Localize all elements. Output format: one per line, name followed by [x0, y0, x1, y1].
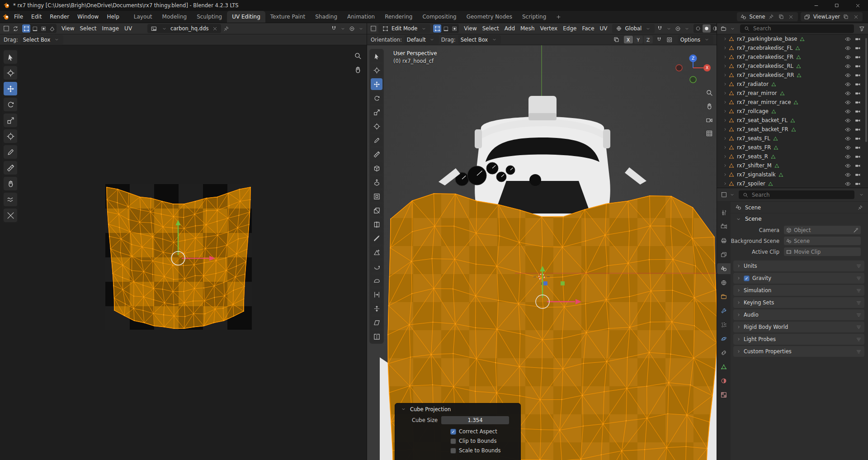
mode-dropdown[interactable]: Edit Mode	[378, 24, 430, 33]
outliner-row[interactable]: rx7_shifter_M	[717, 161, 868, 170]
tool-scale[interactable]	[4, 114, 17, 127]
tool-measure[interactable]	[4, 161, 17, 175]
disable-camera-icon[interactable]	[855, 63, 861, 69]
new-layer-icon[interactable]	[842, 13, 850, 21]
outliner-row[interactable]: rx7_seats_FL	[717, 134, 868, 143]
outliner-row[interactable]: rx7_rear_mirror	[717, 89, 868, 98]
hide-eye-icon[interactable]	[845, 172, 851, 178]
uv-menu-view[interactable]: View	[59, 23, 77, 34]
properties-tab-render[interactable]	[718, 221, 730, 232]
chevron-down-icon[interactable]	[728, 24, 736, 33]
properties-tab-texture[interactable]	[718, 389, 730, 400]
chevron-down-icon[interactable]	[857, 191, 865, 199]
maximize-button[interactable]	[826, 0, 847, 11]
disable-camera-icon[interactable]	[855, 109, 861, 114]
mirror-z-button[interactable]: Z	[644, 36, 653, 43]
expand-icon[interactable]	[723, 109, 727, 114]
tool-cursor[interactable]	[371, 64, 382, 76]
hide-eye-icon[interactable]	[845, 154, 851, 160]
outliner-row[interactable]: rx7_seat_backet_FL	[717, 116, 868, 125]
viewport-menu-select[interactable]: Select	[480, 23, 502, 34]
disable-camera-icon[interactable]	[855, 81, 861, 87]
expand-icon[interactable]	[723, 91, 727, 95]
field-value[interactable]: Object	[784, 226, 861, 234]
viewport-menu-uv[interactable]: UV	[597, 23, 610, 34]
eyedropper-icon[interactable]	[853, 228, 859, 233]
object-name[interactable]: rx7_spoiler	[737, 180, 765, 187]
section-units[interactable]: Units	[733, 261, 864, 271]
uv-canvas[interactable]	[0, 45, 367, 460]
drag-handle-icon[interactable]	[856, 300, 861, 305]
tool-pinch[interactable]	[4, 209, 17, 222]
scene-selector[interactable]: Scene	[737, 12, 798, 21]
outliner-search[interactable]	[740, 24, 854, 33]
tool-rotate[interactable]	[371, 92, 382, 104]
scale-to-bounds-checkbox[interactable]	[450, 448, 456, 454]
disable-camera-icon[interactable]	[855, 127, 861, 133]
expand-icon[interactable]	[723, 172, 727, 177]
drag-handle-icon[interactable]	[856, 276, 861, 281]
disable-camera-icon[interactable]	[855, 36, 861, 42]
chevron-down-icon[interactable]	[357, 24, 365, 33]
hide-eye-icon[interactable]	[845, 109, 851, 114]
properties-tab-tool[interactable]	[718, 207, 730, 218]
editor-divider[interactable]	[717, 23, 717, 460]
uv-select-island-button[interactable]	[48, 24, 56, 33]
tab-rendering[interactable]: Rendering	[380, 11, 417, 23]
viewport-menu-view[interactable]: View	[461, 23, 479, 34]
expand-icon[interactable]	[723, 100, 727, 104]
disable-camera-icon[interactable]	[855, 163, 861, 169]
properties-tab-world[interactable]	[718, 277, 730, 288]
hide-eye-icon[interactable]	[845, 54, 851, 60]
object-name[interactable]: rx7_parkingbrake_base	[737, 36, 797, 42]
outliner-row[interactable]: rx7_rollcage	[717, 107, 868, 116]
disable-camera-icon[interactable]	[855, 72, 861, 78]
tool-loop-cut[interactable]	[371, 218, 382, 230]
viewport-menu-mesh[interactable]: Mesh	[518, 23, 538, 34]
tool-inset[interactable]	[371, 190, 382, 202]
zoom-icon[interactable]	[354, 52, 362, 60]
camera-view-icon[interactable]	[705, 116, 713, 124]
expand-icon[interactable]	[723, 37, 727, 41]
object-name[interactable]: rx7_racebrakedisc_RR	[737, 72, 794, 78]
pan-hand-icon[interactable]	[705, 102, 713, 110]
tool-move[interactable]	[4, 82, 17, 95]
snap-magnet-icon[interactable]	[656, 24, 664, 33]
remove-layer-icon[interactable]	[852, 13, 860, 21]
tool-rotate[interactable]	[4, 98, 17, 111]
outliner-row[interactable]: rx7_parkingbrake_base	[717, 34, 868, 43]
outliner-row[interactable]: rx7_racebrakedisc_FR	[717, 52, 868, 62]
editor-divider[interactable]	[717, 188, 868, 188]
disable-camera-icon[interactable]	[855, 181, 861, 187]
select-mode-face-button[interactable]	[450, 24, 458, 33]
tool-annotate[interactable]	[4, 145, 17, 159]
proportional-edit-icon[interactable]	[674, 24, 682, 33]
pin-icon[interactable]	[222, 24, 230, 33]
mirror-y-button[interactable]: Y	[634, 36, 643, 43]
tool-rip[interactable]	[371, 331, 382, 342]
editor-type-button[interactable]	[720, 191, 728, 199]
disable-camera-icon[interactable]	[855, 54, 861, 60]
object-name[interactable]: rx7_racebrakedisc_FL	[737, 45, 793, 51]
outliner-row[interactable]: rx7_radiator	[717, 80, 868, 89]
tool-shear[interactable]	[371, 317, 382, 328]
tool-spin[interactable]	[371, 261, 382, 272]
scrollbar[interactable]	[865, 38, 867, 142]
add-workspace-button[interactable]	[551, 11, 566, 23]
menu-render[interactable]: Render	[46, 11, 73, 23]
snap-icon[interactable]	[655, 36, 663, 44]
viewport-canvas[interactable]: ZX User Perspective (0) rx7_hood_cf Cube…	[367, 45, 717, 460]
viewport-menu-vertex[interactable]: Vertex	[538, 23, 561, 34]
properties-tab-particles[interactable]	[718, 319, 730, 330]
chevron-down-icon[interactable]	[728, 191, 736, 199]
expand-icon[interactable]	[723, 64, 727, 68]
uv-sync-toggle[interactable]	[11, 24, 19, 33]
menu-file[interactable]: File	[10, 11, 27, 23]
chevron-down-icon[interactable]	[683, 24, 691, 33]
tool-measure[interactable]	[371, 148, 382, 160]
tool-relax[interactable]	[4, 193, 17, 206]
field-value[interactable]: Scene	[784, 237, 861, 245]
object-name[interactable]: rx7_rear_mirror_race	[737, 99, 791, 105]
correct-aspect-checkbox[interactable]	[450, 429, 456, 435]
properties-tab-modifiers[interactable]	[718, 305, 730, 316]
